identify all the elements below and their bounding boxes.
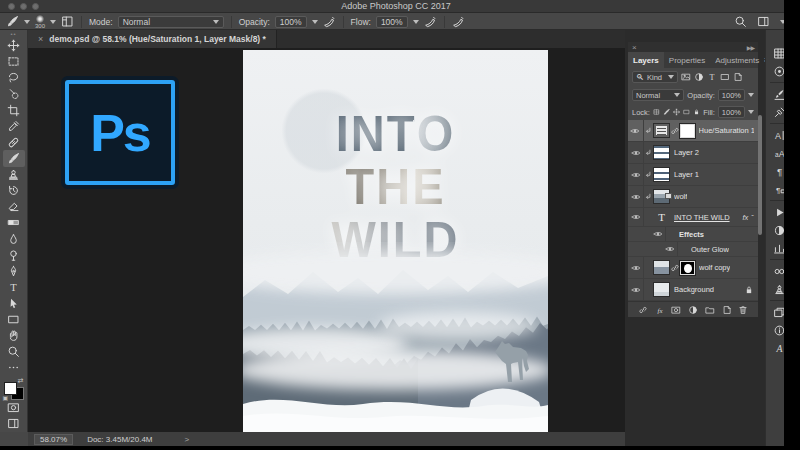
path-select-tool[interactable] — [3, 295, 25, 311]
layer-name: Outer Glow — [691, 245, 729, 254]
brush-tool-icon[interactable] — [6, 15, 19, 28]
toggle-brush-panel-icon[interactable] — [61, 15, 74, 28]
panel-scrollbar[interactable] — [758, 115, 762, 235]
hand-tool[interactable] — [3, 328, 25, 344]
quick-mask-button[interactable] — [3, 400, 25, 416]
lock-transparency-icon[interactable] — [653, 107, 660, 117]
pressure-opacity-icon[interactable] — [323, 15, 336, 28]
layer-row-outer-glow[interactable]: Outer Glow — [628, 242, 758, 257]
layer-mask-thumbnail[interactable] — [680, 261, 695, 275]
brush-tool[interactable] — [3, 150, 25, 166]
pen-tool[interactable] — [3, 263, 25, 279]
layer-row-wolf-copy[interactable]: wolf copy — [628, 257, 758, 279]
layer-row-hue-saturation-1[interactable]: Hue/Saturation 1 — [628, 120, 758, 142]
tab-layers[interactable]: Layers — [628, 52, 664, 68]
filter-adjustment-icon[interactable] — [694, 72, 704, 82]
visibility-toggle[interactable] — [628, 257, 644, 278]
opacity-field[interactable]: 100% — [275, 16, 307, 28]
filter-shape-icon[interactable] — [720, 72, 730, 82]
eraser-tool[interactable] — [3, 199, 25, 215]
zoom-tool[interactable] — [3, 344, 25, 360]
layer-opacity-field[interactable]: 100% — [718, 89, 745, 101]
document-tab[interactable]: × demo.psd @ 58.1% (Hue/Saturation 1, La… — [28, 30, 277, 48]
right-panel-dock: × ▶▶ Layers Properties Adjustments ≡ 🔍︎ … — [625, 30, 792, 446]
visibility-toggle[interactable] — [662, 242, 678, 256]
brush-preset-picker[interactable]: 300 — [35, 15, 45, 29]
swap-colors-icon[interactable]: ⇄ — [18, 377, 24, 385]
close-panel-icon[interactable]: × — [632, 43, 637, 52]
visibility-toggle[interactable] — [650, 227, 666, 241]
visibility-toggle[interactable] — [628, 142, 644, 163]
group-layer-button[interactable] — [705, 305, 715, 315]
tab-properties[interactable]: Properties — [664, 52, 710, 68]
filter-type-icon[interactable]: T — [707, 72, 717, 82]
ellipsis-tool[interactable] — [3, 360, 25, 376]
smoothing-icon[interactable] — [452, 15, 465, 28]
move-tool[interactable] — [3, 38, 25, 54]
layer-fill-field[interactable]: 100% — [718, 106, 745, 118]
gradient-tool[interactable] — [3, 215, 25, 231]
shape-tool[interactable] — [3, 312, 25, 328]
status-options-chevron[interactable]: > — [185, 435, 190, 444]
eyedropper-tool[interactable] — [3, 118, 25, 134]
layer-row-background[interactable]: Background — [628, 279, 758, 301]
close-tab-icon[interactable]: × — [38, 34, 43, 44]
lock-all-icon[interactable] — [693, 107, 700, 117]
zoom-level-field[interactable]: 58.07% — [34, 434, 73, 445]
filter-smart-icon[interactable] — [733, 72, 743, 82]
screen-mode-button[interactable] — [3, 416, 25, 432]
chevron-down-icon[interactable] — [748, 110, 754, 114]
layer-row-effects[interactable]: Effects — [628, 227, 758, 242]
layer-blend-mode-select[interactable]: Normal — [632, 89, 684, 101]
visibility-toggle[interactable] — [628, 164, 644, 185]
chevron-down-icon[interactable] — [312, 20, 318, 24]
chevron-down-icon[interactable] — [50, 20, 56, 24]
flow-field[interactable]: 100% — [376, 16, 408, 28]
visibility-toggle[interactable] — [628, 120, 644, 141]
lasso-tool[interactable] — [3, 70, 25, 86]
delete-layer-button[interactable] — [738, 305, 748, 315]
layer-mask-thumbnail[interactable] — [680, 124, 695, 138]
canvas[interactable]: INTO THE WILD — [243, 50, 548, 432]
chevron-down-icon[interactable] — [748, 93, 754, 97]
crop-tool[interactable] — [3, 102, 25, 118]
filter-type-select[interactable]: 🔍︎ Kind — [632, 71, 678, 83]
quick-select-tool[interactable] — [3, 86, 25, 102]
history-brush-tool[interactable] — [3, 183, 25, 199]
blur-tool[interactable] — [3, 231, 25, 247]
divider — [343, 16, 344, 28]
tab-adjustments[interactable]: Adjustments — [710, 52, 764, 68]
stamp-tool[interactable] — [3, 167, 25, 183]
workspace-switcher-icon[interactable] — [757, 15, 770, 28]
layer-row-wolf[interactable]: wolf — [628, 186, 758, 208]
lock-pixels-icon[interactable] — [663, 107, 670, 117]
healing-tool[interactable] — [3, 134, 25, 150]
visibility-toggle[interactable] — [628, 186, 644, 207]
layer-row-right: fxˆ — [742, 213, 758, 222]
collapse-effects-icon[interactable]: ˆ — [751, 213, 754, 222]
fx-layer-button[interactable]: fx — [655, 305, 665, 315]
mask-layer-button[interactable] — [671, 305, 681, 315]
layer-row-layer-1[interactable]: Layer 1 — [628, 164, 758, 186]
adjustment-layer-button[interactable] — [688, 305, 698, 315]
search-icon[interactable] — [734, 15, 747, 28]
filter-image-icon[interactable] — [681, 72, 691, 82]
airbrush-icon[interactable] — [424, 15, 437, 28]
chevron-down-icon[interactable] — [24, 20, 30, 24]
visibility-toggle[interactable] — [628, 208, 644, 226]
visibility-toggle[interactable] — [628, 279, 644, 300]
chevron-down-icon[interactable] — [413, 20, 419, 24]
lock-artboard-icon[interactable] — [683, 107, 690, 117]
layer-row-layer-2[interactable]: Layer 2 — [628, 142, 758, 164]
foreground-color-swatch[interactable] — [4, 382, 17, 395]
toolbar-grip[interactable]: •• — [10, 32, 16, 38]
link-layer-button[interactable] — [638, 305, 648, 315]
dodge-tool[interactable] — [3, 247, 25, 263]
type-tool[interactable]: T — [3, 279, 25, 295]
layer-row-into-the-wild[interactable]: TINTO THE WILDfxˆ — [628, 208, 758, 227]
marquee-tool[interactable] — [3, 54, 25, 70]
collapse-panels-icon[interactable]: ▶▶ — [747, 44, 754, 51]
new-layer-layer-button[interactable] — [722, 305, 732, 315]
blend-mode-select[interactable]: Normal — [118, 16, 224, 28]
lock-position-icon[interactable] — [673, 107, 680, 117]
